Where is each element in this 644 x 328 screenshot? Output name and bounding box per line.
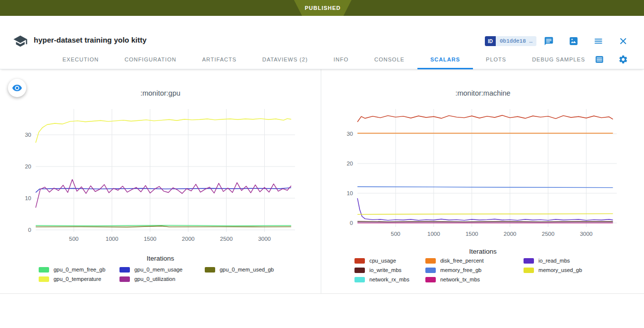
close-button[interactable]: [617, 35, 630, 48]
status-bar: PUBLISHED: [0, 0, 644, 16]
legend-label: disk_free_percent: [440, 258, 483, 264]
legend-item-gpu_0_mem_free_gb[interactable]: gpu_0_mem_free_gb: [39, 267, 119, 273]
legend-item-cpu_usage[interactable]: cpu_usage: [354, 258, 425, 264]
close-icon: [618, 36, 628, 46]
chart-title: :monitor:machine: [322, 89, 644, 97]
legend-label: gpu_0_temperature: [54, 276, 101, 282]
svg-text:10: 10: [347, 190, 353, 196]
legend-label: gpu_0_mem_used_gb: [220, 267, 274, 273]
legend-label: gpu_0_mem_free_gb: [54, 267, 106, 273]
experiment-header: hyper-dataset training yolo kitty + ADD …: [0, 16, 644, 50]
tab-configuration[interactable]: CONFIGURATION: [112, 50, 189, 69]
legend-item-disk_free_percent[interactable]: disk_free_percent: [425, 258, 524, 264]
svg-text:0: 0: [28, 227, 31, 233]
tab-plots[interactable]: PLOTS: [473, 50, 519, 69]
svg-text:2000: 2000: [182, 236, 195, 242]
tab-info[interactable]: INFO: [321, 50, 361, 69]
tab-debug-samples[interactable]: DEBUG SAMPLES: [519, 50, 598, 69]
svg-text:3000: 3000: [580, 231, 593, 237]
legend-swatch: [425, 258, 436, 264]
experiment-title: hyper-dataset training yolo kitty: [34, 36, 147, 44]
x-axis-label: Iterations: [322, 248, 644, 255]
legend-item-network_tx_mbs[interactable]: network_tx_mbs: [425, 276, 524, 282]
gpu-chart-canvas[interactable]: 010203050010001500200025003000: [5, 104, 305, 249]
clearml-logo-icon: [13, 34, 28, 49]
hamburger-icon: [593, 36, 603, 46]
svg-text:0: 0: [350, 220, 353, 226]
legend-item-io_write_mbs[interactable]: io_write_mbs: [354, 267, 425, 273]
legend-label: gpu_0_mem_usage: [134, 267, 182, 273]
legend-swatch: [119, 267, 130, 273]
tab-artifacts[interactable]: ARTIFACTS: [189, 50, 249, 69]
tab-scalars[interactable]: SCALARS: [417, 50, 473, 69]
gpu-chart-panel: :monitor:gpu 010203050010001500200025003…: [0, 69, 321, 293]
legend-item-memory_free_gb[interactable]: memory_free_gb: [425, 267, 524, 273]
tab-execution[interactable]: EXECUTION: [50, 50, 112, 69]
legend-swatch: [354, 277, 365, 282]
tab-console[interactable]: CONSOLE: [361, 50, 417, 69]
tab-dataviews[interactable]: DATAVIEWS (2): [249, 50, 321, 69]
svg-text:1000: 1000: [427, 231, 440, 237]
bottom-strip: [0, 293, 644, 328]
toggle-visibility-button[interactable]: [8, 79, 26, 97]
legend-swatch: [524, 268, 534, 273]
legend-label: cpu_usage: [369, 258, 396, 264]
table-view-icon: [594, 55, 604, 64]
settings-button[interactable]: [617, 53, 630, 66]
tabs: EXECUTION CONFIGURATION ARTIFACTS DATAVI…: [50, 50, 598, 69]
legend-item-gpu_0_temperature[interactable]: gpu_0_temperature: [39, 276, 119, 282]
svg-text:20: 20: [347, 161, 353, 166]
legend-item-memory_used_gb[interactable]: memory_used_gb: [524, 267, 603, 273]
comment-icon: [544, 36, 554, 46]
gear-icon: [618, 55, 628, 64]
legend-label: gpu_0_utilization: [134, 276, 176, 282]
machine-chart-legend: cpu_usagedisk_free_percentio_read_mbsio_…: [354, 258, 603, 282]
svg-text:1500: 1500: [466, 231, 478, 237]
svg-text:2500: 2500: [542, 231, 555, 237]
svg-text:2000: 2000: [504, 231, 517, 237]
legend-swatch: [425, 268, 436, 273]
svg-text:30: 30: [25, 132, 31, 138]
legend-item-gpu_0_mem_used_gb[interactable]: gpu_0_mem_used_gb: [205, 267, 294, 273]
svg-text:30: 30: [347, 131, 353, 137]
svg-text:500: 500: [69, 236, 78, 242]
legend-swatch: [205, 267, 215, 273]
svg-text:500: 500: [391, 231, 400, 237]
svg-text:10: 10: [25, 195, 31, 201]
machine-chart-panel: :monitor:machine 01020305001000150020002…: [322, 69, 644, 293]
legend-label: io_write_mbs: [369, 267, 402, 273]
comments-button[interactable]: [542, 35, 555, 48]
legend-swatch: [39, 276, 49, 282]
svg-text:1500: 1500: [144, 236, 157, 242]
machine-chart-canvas[interactable]: 010203050010001500200025003000: [327, 104, 627, 244]
legend-swatch: [39, 267, 49, 273]
legend-item-io_read_mbs[interactable]: io_read_mbs: [524, 258, 603, 264]
legend-item-gpu_0_utilization[interactable]: gpu_0_utilization: [119, 276, 205, 282]
app-window: PUBLISHED hyper-dataset training yolo ki…: [0, 0, 644, 328]
metrics-table-button[interactable]: [593, 53, 606, 66]
menu-button[interactable]: [592, 35, 605, 48]
svg-text:20: 20: [25, 164, 31, 169]
gpu-chart-legend: gpu_0_mem_free_gbgpu_0_mem_usagegpu_0_me…: [39, 267, 294, 282]
svg-text:2500: 2500: [220, 236, 233, 242]
svg-text:1000: 1000: [106, 236, 118, 242]
legend-label: memory_free_gb: [440, 267, 481, 273]
legend-item-gpu_0_mem_usage[interactable]: gpu_0_mem_usage: [119, 267, 205, 273]
id-label: ID: [485, 36, 496, 46]
legend-swatch: [354, 268, 365, 273]
experiment-tabbar: EXECUTION CONFIGURATION ARTIFACTS DATAVI…: [0, 50, 644, 69]
legend-item-network_rx_mbs[interactable]: network_rx_mbs: [354, 276, 425, 282]
scalars-content: :monitor:gpu 010203050010001500200025003…: [0, 69, 644, 293]
legend-label: network_tx_mbs: [440, 276, 480, 282]
image-icon: [569, 36, 579, 46]
legend-swatch: [354, 258, 365, 264]
preview-button[interactable]: [567, 35, 580, 48]
id-value: 0b1dde18 …: [496, 36, 536, 46]
legend-label: network_rx_mbs: [369, 276, 410, 282]
legend-swatch: [119, 276, 130, 282]
experiment-id-chip[interactable]: ID 0b1dde18 …: [485, 36, 536, 46]
eye-icon: [12, 83, 22, 93]
x-axis-label: Iterations: [0, 255, 321, 262]
legend-label: memory_used_gb: [538, 267, 582, 273]
chart-title: :monitor:gpu: [0, 89, 321, 97]
